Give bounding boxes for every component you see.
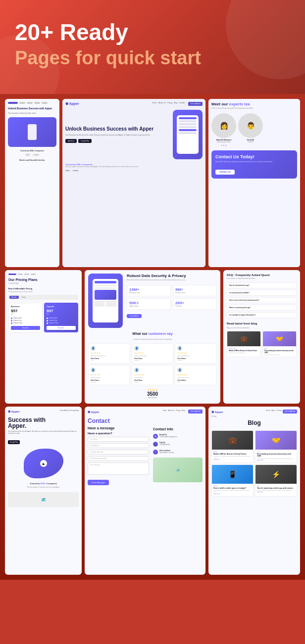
cf-phone-field[interactable]: Phone Number (optional) [88, 456, 149, 461]
faq-item-2[interactable]: Is a premium plan available? [227, 290, 297, 296]
screen-bar [179, 126, 197, 128]
test-role: CEO [91, 360, 128, 361]
faq-question: How do I download the app? [229, 284, 294, 286]
bp-articles-grid: 💼 Mobile Mobile CRM for Remote & Virtual… [211, 430, 297, 496]
contact-us-title: Contact Us Today! [215, 154, 293, 159]
faq-item-1[interactable]: How do I download the app? [227, 282, 297, 288]
security-phone-visual [88, 274, 123, 328]
cp-google-play-btn[interactable]: Google Play [8, 440, 20, 444]
center-brand-row: slack envato [65, 170, 203, 172]
cf-call-details: Call Us +00 0000.00.00 [159, 442, 170, 446]
plan-buy-button[interactable]: Buy Now [47, 326, 76, 330]
google-play-btn[interactable]: Google Play [78, 139, 91, 143]
plan-name: Capsule [47, 305, 76, 308]
blog-card-1[interactable]: 💼 Mobile App Mobile CRM for Remote & Vir… [227, 331, 261, 357]
app-store-btn[interactable]: App Store [65, 139, 77, 143]
blog-card-title: Personalizing Customer Interactions with… [264, 350, 295, 354]
cf-logo: ⬟ Apper [88, 410, 100, 414]
bp-read-more[interactable]: Read more → [213, 459, 252, 460]
nav-dot [31, 274, 36, 275]
testimonials-sub: Customer testimonials shows us how much … [88, 338, 217, 340]
cf-section-title: Contact [88, 417, 149, 424]
cf-nav-cta[interactable]: GET STARTED [188, 410, 203, 414]
feature-text: Feature One [13, 317, 22, 319]
cp-trusted: Trusted by 2500+ Companies [8, 482, 79, 485]
brand-envato: envato [73, 170, 78, 172]
bp-article-1[interactable]: 💼 Mobile Mobile CRM for Remote & Virtual… [211, 430, 254, 463]
cf-email-value: YourEmail@Company.com [159, 436, 177, 438]
blog-image-1: 💼 [227, 331, 260, 346]
faq-title: FAQ - Frequently Asked Quest [227, 274, 297, 276]
toggle-monthly[interactable]: Monthly [9, 296, 19, 299]
center-trusted-section: Trusted by 2500+ Companies Get your upda… [65, 163, 203, 172]
testimonial-item: 👤 ★★★★★ Great service and support! Clien… [88, 343, 130, 364]
test-text: Love it so much! [134, 377, 171, 378]
cp-hero-title: Success withApper. [8, 417, 79, 429]
team-member-1: 👩 Gabriele Simmons Marketing Specialist … [211, 113, 236, 146]
plan-buy-button[interactable]: Buy Now [11, 326, 40, 330]
center-logo: ⬟ Apper [65, 102, 79, 106]
nav-home: Home [152, 102, 157, 106]
bp-nav-links: Home About Pricing GET STARTED [266, 410, 297, 414]
cf-info-title: Contact Info [153, 427, 203, 431]
bp-article-3[interactable]: 📱 Mobile How to build a mobile app on a … [211, 464, 254, 497]
rating-label: Total Reviews [88, 397, 217, 399]
cf-message-field[interactable]: Your message... [88, 462, 149, 475]
security-learn-more-btn[interactable]: Learn More [127, 314, 142, 318]
toggle-yearly[interactable]: Yearly [20, 296, 28, 299]
brand-slack: slack [65, 170, 70, 172]
blog-category: CRM [264, 348, 295, 349]
cp-hero-sub: Your business at the top with Apper. We … [8, 430, 79, 434]
cf-email-field[interactable]: Email Address [88, 443, 149, 448]
blog-page-content: ⬟ Apper Home About Pricing GET STARTED f… [208, 407, 300, 575]
bp-nav-cta[interactable]: GET STARTED [283, 410, 297, 414]
bp-article-4[interactable]: ⚡ Tips Tips for optimizing mobile app pe… [255, 464, 297, 497]
cf-contact-section: Contact Have a message Have a question? … [88, 417, 203, 485]
cf-company-field[interactable]: Company (optional) [88, 450, 149, 455]
hero-title-line1: 20+ Ready [15, 20, 290, 45]
center-logo-text: Apper [69, 102, 79, 105]
team-subtext: Get Your Dream Project Going with Our Ex… [211, 107, 297, 109]
cp-blob: ▶ [24, 449, 63, 478]
cf-contact-info: Contact Info ✉ Email Us YourEmail@Compan… [153, 417, 203, 485]
pricing-content: Our Pricing Plans For Any Budget Best & … [5, 270, 82, 404]
cf-send-button[interactable]: Send Message [88, 480, 109, 485]
bp-read-more[interactable]: Read more → [257, 491, 295, 493]
social-icon: ● [223, 144, 224, 146]
security-top: Robust Data Security & Privacy We unders… [88, 274, 217, 328]
blog-card-2[interactable]: 🤝 CRM Personalizing Customer Interaction… [262, 331, 297, 357]
test-role: Manager [134, 360, 171, 361]
feature-dot [11, 322, 12, 324]
cf-name-field[interactable]: Your Name [88, 437, 149, 442]
pricing-plans: Business $57 /mo Feature One Feature Two [8, 303, 78, 332]
mini-brands: slack envato [8, 153, 56, 156]
stat-label: Countries [175, 305, 214, 307]
screen-element [95, 285, 116, 286]
bp-read-more[interactable]: Read more → [257, 460, 295, 461]
faq-item-5[interactable]: Is it available for Apple iOS platform? [227, 312, 297, 318]
left-preview-card: Unlock Business Success with Apper. Your… [5, 99, 59, 267]
mini-hero-sub: Your business at the top of the world [8, 112, 56, 114]
pricing-title: Our Pricing Plans [8, 278, 78, 281]
mini-trusted-label: Trusted by 2500+ Companies [8, 150, 56, 152]
screen-bar [179, 117, 197, 119]
bp-article-image-1: 💼 [212, 431, 253, 450]
faq-item-4[interactable]: What is customizing this app? [227, 305, 297, 311]
nav-dot [18, 274, 23, 275]
screen-bar [179, 120, 197, 122]
center-nav-cta[interactable]: GET STARTED [188, 102, 203, 106]
plan-features: Feature One Feature Two Feature Three [11, 317, 40, 324]
cf-info-call: 📞 Call Us +00 0000.00.00 [153, 442, 203, 447]
bp-read-more[interactable]: Read more → [213, 493, 252, 495]
faq-item-3[interactable]: Does it come with money back guarantee? [227, 297, 297, 303]
contact-landing-card: ⬟ Apper Home About Us Pricing Blog Succe… [5, 407, 82, 575]
cp-play-button[interactable]: ▶ [40, 460, 47, 467]
contact-us-button[interactable]: CONTACT US [215, 170, 235, 175]
test-text: Top notch service! [91, 377, 128, 378]
bp-article-2[interactable]: 🤝 CRM Personalizing Customer Interaction… [255, 430, 297, 463]
plan-feature: Feature Two [11, 320, 40, 322]
cf-form-area: Contact Have a message Have a question? … [88, 417, 149, 485]
center-hero-subtext: Your business at the top of the world. G… [65, 134, 169, 136]
nav-pricing: Pricing [167, 102, 173, 106]
row1-cards: Unlock Business Success with Apper. Your… [5, 99, 300, 267]
